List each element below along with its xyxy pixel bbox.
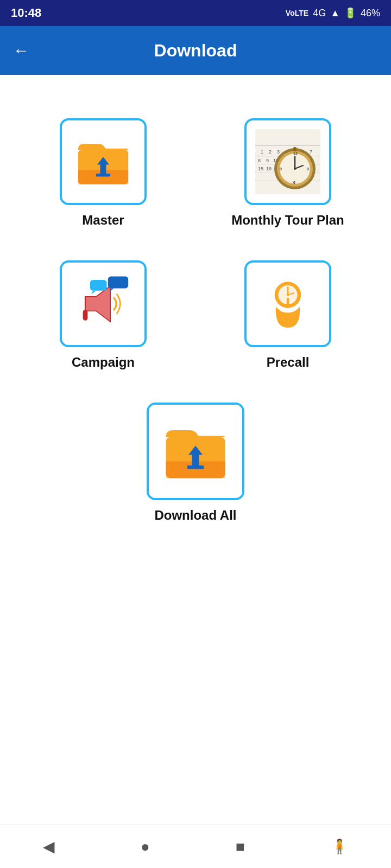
signal-icon: ▲ [330, 8, 340, 19]
campaign-label: Campaign [72, 355, 135, 370]
download-all-item[interactable]: Download All [147, 403, 244, 523]
nav-back-button[interactable]: ◀ [43, 838, 55, 856]
download-all-icon-box [147, 403, 244, 500]
svg-text:16: 16 [266, 166, 272, 171]
app-bar: ← Download [0, 26, 391, 75]
master-label: Master [82, 213, 124, 228]
main-content: Master 1 2 3 4 [0, 75, 391, 825]
monthly-tour-plan-item[interactable]: 1 2 3 4 5 6 7 8 9 10 11 12 13 14 15 16 [217, 118, 358, 228]
status-right: VoLTE 4G ▲ 🔋 46% [286, 7, 380, 19]
page-title: Download [29, 41, 362, 61]
bottom-nav: ◀ ● ■ 🧍 [0, 825, 391, 868]
master-item[interactable]: Master [33, 118, 174, 228]
status-bar: 10:48 VoLTE 4G ▲ 🔋 46% [0, 0, 391, 26]
svg-rect-36 [293, 147, 297, 151]
svg-text:3: 3 [307, 167, 309, 171]
svg-rect-39 [90, 280, 107, 291]
master-icon [73, 132, 133, 192]
svg-text:15: 15 [258, 166, 263, 171]
svg-text:9: 9 [280, 167, 282, 171]
svg-text:3: 3 [277, 149, 280, 155]
svg-marker-37 [85, 286, 110, 322]
download-all-label: Download All [154, 508, 236, 523]
download-all-icon [160, 416, 231, 487]
precall-icon [258, 274, 318, 334]
precall-item[interactable]: Precall [217, 260, 358, 370]
items-grid: Master 1 2 3 4 [33, 118, 358, 370]
volte-icon: VoLTE [286, 9, 308, 17]
svg-rect-53 [187, 465, 204, 469]
monthly-tour-plan-icon-box: 1 2 3 4 5 6 7 8 9 10 11 12 13 14 15 16 [244, 118, 331, 205]
campaign-item[interactable]: Campaign [33, 260, 174, 370]
precall-label: Precall [267, 355, 310, 370]
nav-home-button[interactable]: ● [141, 838, 150, 856]
monthly-tour-plan-icon: 1 2 3 4 5 6 7 8 9 10 11 12 13 14 15 16 [253, 126, 323, 197]
campaign-icon-box [60, 260, 147, 347]
svg-text:12: 12 [293, 152, 298, 156]
svg-rect-43 [83, 310, 88, 321]
svg-text:8: 8 [258, 158, 261, 163]
svg-marker-40 [91, 291, 96, 295]
status-time: 10:48 [11, 6, 41, 20]
battery-level: 46% [361, 8, 380, 19]
svg-text:6: 6 [293, 181, 295, 184]
svg-text:2: 2 [269, 149, 272, 155]
network-icon: 4G [313, 8, 326, 19]
svg-text:7: 7 [310, 149, 312, 155]
battery-icon: 🔋 [344, 7, 356, 19]
nav-recent-button[interactable]: ■ [236, 838, 245, 856]
svg-text:1: 1 [261, 149, 263, 155]
back-button[interactable]: ← [13, 41, 29, 60]
monthly-tour-plan-label: Monthly Tour Plan [231, 213, 344, 228]
nav-accessibility-button[interactable]: 🧍 [331, 838, 348, 855]
svg-rect-41 [108, 276, 128, 288]
precall-icon-box [244, 260, 331, 347]
svg-text:9: 9 [266, 158, 269, 163]
svg-rect-3 [96, 174, 110, 177]
master-icon-box [60, 118, 147, 205]
campaign-icon [73, 274, 133, 334]
